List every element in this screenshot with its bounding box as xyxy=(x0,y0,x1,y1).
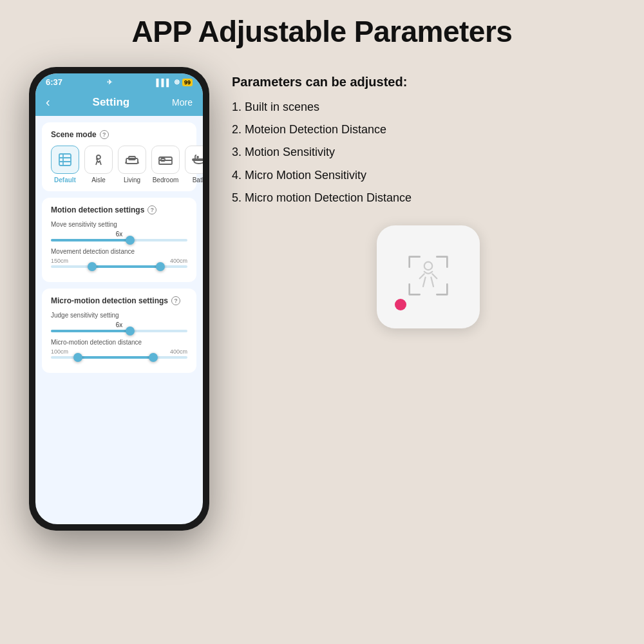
phone-device: 6:37 ✈ ▌▌▌ ⊛ 99 ‹ Setting More xyxy=(29,67,209,531)
motion-help-icon[interactable]: ? xyxy=(147,205,156,214)
judge-sensitivity-section: Judge sensitivity setting 6x xyxy=(51,312,187,332)
status-icons: ▌▌▌ ⊛ 99 xyxy=(156,78,193,86)
location-icon: ✈ xyxy=(107,79,112,86)
device-indicator-dot xyxy=(395,299,406,310)
scene-default-label: Default xyxy=(54,176,76,184)
scene-bedroom-icon xyxy=(151,146,180,174)
scene-default[interactable]: Default xyxy=(51,146,79,184)
svg-rect-10 xyxy=(193,159,203,160)
nav-more-button[interactable]: More xyxy=(172,97,193,108)
movement-distance-section: Movement detection distance 150cm 400cm xyxy=(51,248,187,268)
right-panel: Parameters can be adjusted: 1. Built in … xyxy=(232,61,625,328)
param-4: 4. Micro Motion Sensitivity xyxy=(232,167,625,184)
move-sensitivity-label: Move sensitivity setting xyxy=(51,221,187,228)
phone-wrapper: 6:37 ✈ ▌▌▌ ⊛ 99 ‹ Setting More xyxy=(19,67,219,531)
micro-distance-fill xyxy=(78,356,153,359)
scene-mode-help-icon[interactable]: ? xyxy=(100,130,109,139)
micro-distance-thumb2[interactable] xyxy=(149,353,158,362)
movement-distance-thumb1[interactable] xyxy=(88,262,97,271)
move-sensitivity-section: Move sensitivity setting 6x xyxy=(51,221,187,242)
scene-mode-title: Scene mode ? xyxy=(51,130,187,139)
param-1: 1. Built in scenes xyxy=(232,99,625,115)
micro-distance-range: 100cm 400cm xyxy=(51,348,187,355)
nav-title: Setting xyxy=(93,96,130,109)
content-area: 6:37 ✈ ▌▌▌ ⊛ 99 ‹ Setting More xyxy=(0,61,644,531)
params-intro: Parameters can be adjusted: xyxy=(232,73,625,90)
judge-sensitivity-label: Judge sensitivity setting xyxy=(51,312,187,319)
micro-distance-thumb1[interactable] xyxy=(73,353,82,362)
motion-detection-title: Motion detection settings ? xyxy=(51,205,187,214)
movement-distance-min: 150cm xyxy=(51,258,68,264)
param-3: 3. Motion Sensitivity xyxy=(232,144,625,160)
device-box xyxy=(232,225,625,328)
nav-bar: ‹ Setting More xyxy=(35,90,203,116)
status-bar: 6:37 ✈ ▌▌▌ ⊛ 99 xyxy=(35,73,203,90)
judge-sensitivity-fill xyxy=(51,330,130,332)
scene-bedroom-label: Bedroom xyxy=(153,176,179,184)
scene-aisle[interactable]: Aisle xyxy=(84,146,113,184)
page-title: APP Adjustable Parameters xyxy=(0,0,644,61)
scene-living-icon xyxy=(118,146,146,174)
micro-motion-card: Micro-motion detection settings ? Judge … xyxy=(42,289,196,373)
judge-sensitivity-value: 6x xyxy=(51,321,187,328)
move-sensitivity-fill xyxy=(51,239,130,242)
phone-screen: 6:37 ✈ ▌▌▌ ⊛ 99 ‹ Setting More xyxy=(35,73,203,524)
scene-living-label: Living xyxy=(124,176,140,184)
movement-distance-track[interactable] xyxy=(51,265,187,268)
scene-icons-row: Default Aisle xyxy=(51,146,187,184)
battery-label: 99 xyxy=(182,79,193,86)
nav-back-button[interactable]: ‹ xyxy=(46,95,50,109)
screen-body: Scene mode ? xyxy=(35,116,203,386)
svg-rect-9 xyxy=(161,158,165,161)
judge-sensitivity-track[interactable] xyxy=(51,330,187,332)
scene-aisle-icon xyxy=(84,146,113,174)
movement-distance-thumb2[interactable] xyxy=(156,262,165,271)
movement-distance-range: 150cm 400cm xyxy=(51,258,187,264)
param-5: 5. Micro motion Detection Distance xyxy=(232,190,625,206)
scene-mode-card: Scene mode ? xyxy=(42,122,196,191)
motion-figure-icon xyxy=(402,250,454,304)
micro-distance-section: Micro-motion detection distance 100cm 40… xyxy=(51,339,187,359)
judge-sensitivity-thumb[interactable] xyxy=(126,327,135,336)
movement-distance-fill xyxy=(92,265,160,268)
scene-aisle-label: Aisle xyxy=(91,176,106,184)
scene-living[interactable]: Living xyxy=(118,146,146,184)
move-sensitivity-value: 6x xyxy=(51,231,187,238)
signal-icon: ▌▌▌ xyxy=(156,79,171,86)
movement-distance-max: 400cm xyxy=(170,258,187,264)
scene-bath-label: Bath xyxy=(193,176,203,184)
svg-rect-0 xyxy=(59,154,71,166)
movement-distance-label: Movement detection distance xyxy=(51,248,187,255)
move-sensitivity-thumb[interactable] xyxy=(126,236,135,245)
param-2: 2. Moteion Detection Distance xyxy=(232,122,625,138)
params-list: 1. Built in scenes 2. Moteion Detection … xyxy=(232,99,625,206)
motion-detection-card: Motion detection settings ? Move sensiti… xyxy=(42,198,196,282)
micro-distance-min: 100cm xyxy=(51,348,68,355)
svg-point-11 xyxy=(197,156,198,158)
micro-motion-help-icon[interactable]: ? xyxy=(171,296,180,305)
wifi-icon: ⊛ xyxy=(174,78,180,86)
micro-distance-track[interactable] xyxy=(51,356,187,359)
status-time: 6:37 xyxy=(46,77,62,87)
micro-distance-label: Micro-motion detection distance xyxy=(51,339,187,346)
move-sensitivity-track[interactable] xyxy=(51,239,187,242)
scene-bath[interactable]: Bath xyxy=(185,146,203,184)
scene-bedroom[interactable]: Bedroom xyxy=(151,146,180,184)
micro-distance-max: 400cm xyxy=(170,348,187,355)
scene-default-icon xyxy=(51,146,79,174)
micro-motion-title: Micro-motion detection settings ? xyxy=(51,296,187,305)
scene-bath-icon xyxy=(185,146,203,174)
svg-point-12 xyxy=(424,262,432,270)
motion-sensor-device xyxy=(377,225,480,328)
